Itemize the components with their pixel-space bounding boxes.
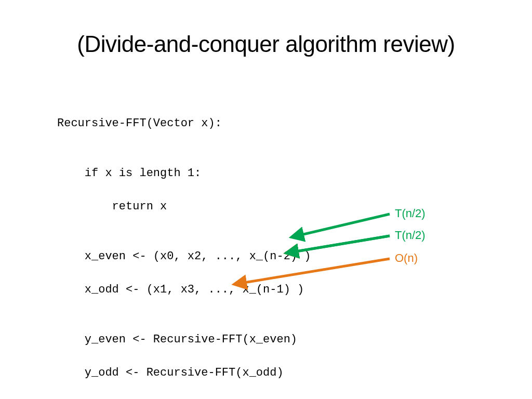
arrow-green-1: [301, 214, 390, 235]
arrow-orange: [244, 259, 390, 283]
annotation-arrows: [0, 0, 532, 399]
arrow-green-2b: [296, 236, 390, 251]
